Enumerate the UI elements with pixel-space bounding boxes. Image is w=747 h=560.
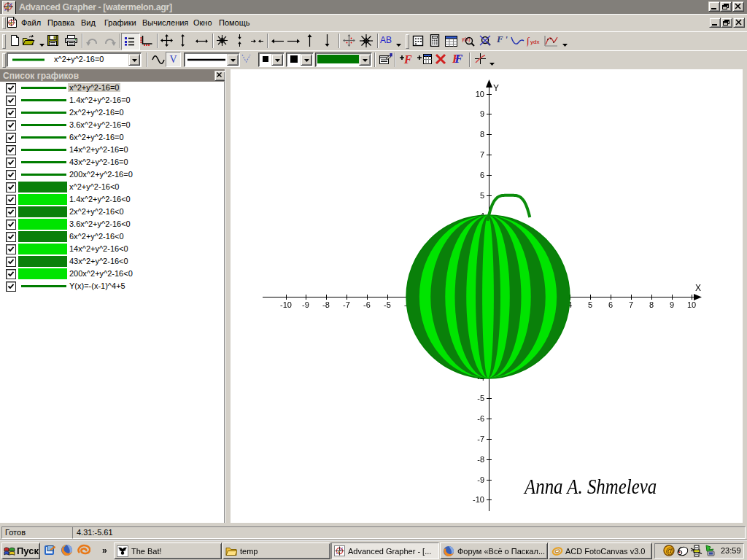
svg-text:-5: -5 bbox=[384, 300, 391, 309]
svg-text:F: F bbox=[403, 53, 412, 65]
svg-text:-7: -7 bbox=[477, 435, 484, 443]
svg-text:Anna A. Shmeleva: Anna A. Shmeleva bbox=[523, 474, 657, 499]
svg-text:ydx: ydx bbox=[530, 39, 539, 45]
svg-text:X: X bbox=[695, 283, 701, 293]
svg-text:-5: -5 bbox=[477, 394, 484, 402]
svg-text:-9: -9 bbox=[477, 475, 484, 484]
svg-text:7: 7 bbox=[629, 300, 633, 309]
svg-text:-6: -6 bbox=[363, 300, 371, 309]
svg-text:-9: -9 bbox=[302, 300, 309, 309]
svg-text:8: 8 bbox=[649, 300, 654, 309]
svg-text:-6: -6 bbox=[477, 414, 484, 423]
svg-text:10: 10 bbox=[687, 300, 696, 309]
svg-text:6: 6 bbox=[608, 300, 613, 309]
svg-text:-8: -8 bbox=[477, 455, 484, 464]
svg-text:9: 9 bbox=[480, 109, 484, 118]
svg-text:Y: Y bbox=[493, 83, 499, 93]
svg-text:9: 9 bbox=[670, 300, 674, 309]
svg-text:F: F bbox=[454, 52, 463, 65]
svg-text:-10: -10 bbox=[280, 300, 292, 309]
svg-text:@: @ bbox=[665, 546, 673, 555]
svg-text:6: 6 bbox=[480, 171, 484, 179]
svg-text:8: 8 bbox=[480, 130, 484, 139]
svg-text:-10: -10 bbox=[473, 495, 484, 504]
svg-text:-8: -8 bbox=[322, 300, 330, 309]
svg-text:-7: -7 bbox=[343, 300, 350, 309]
svg-text:10: 10 bbox=[476, 90, 484, 98]
svg-text:5: 5 bbox=[588, 300, 592, 309]
svg-text:7: 7 bbox=[480, 150, 484, 159]
svg-text:5: 5 bbox=[480, 191, 484, 200]
